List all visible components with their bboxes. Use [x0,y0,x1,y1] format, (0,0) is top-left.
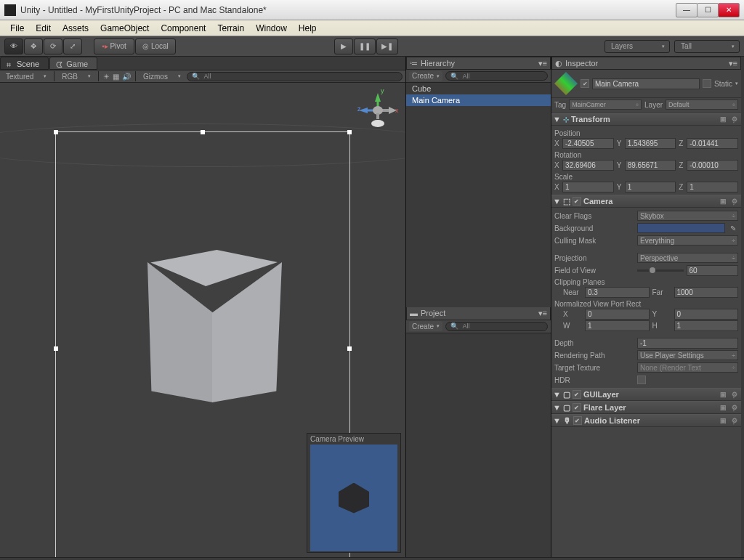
hierarchy-create-dropdown[interactable]: Create [409,71,442,81]
fov-input[interactable]: 60 [687,265,739,276]
scene-audio-toggle[interactable]: 🔊 [122,73,131,81]
hand-tool-button[interactable]: 👁 [4,38,23,54]
active-checkbox[interactable]: ✔ [581,79,589,88]
culling-mask-dropdown[interactable]: Everything [637,235,738,245]
rect-y-input[interactable]: 0 [674,309,739,320]
color-mode-dropdown[interactable]: RGB [59,71,94,81]
menu-assets[interactable]: Assets [57,22,94,35]
hdr-checkbox[interactable] [637,376,646,384]
hdr-label: HDR [554,376,634,384]
layers-dropdown[interactable]: Layers▾ [604,40,670,53]
position-z-input[interactable]: -0.01441 [687,138,738,149]
camera-enabled-checkbox[interactable]: ✔ [573,197,581,206]
maximize-button[interactable]: ☐ [697,3,719,17]
rect-x-input[interactable]: 0 [585,309,650,320]
background-label: Background [554,224,634,232]
layer-dropdown[interactable]: Default [666,100,738,110]
target-texture-field[interactable]: None (Render Text [637,362,738,373]
hierarchy-tab[interactable]: ≔ Hierarchy▾≡ [406,57,551,70]
close-button[interactable]: ✕ [718,3,740,17]
position-x-input[interactable]: -2.40505 [562,138,614,149]
menu-window[interactable]: Window [250,22,293,35]
gear-icon[interactable]: ⚙ִ [729,115,740,123]
help-icon[interactable]: ▣ [718,115,728,123]
project-search[interactable]: 🔍 All [445,322,548,331]
rotate-tool-button[interactable]: ⟳ [44,38,62,54]
project-list[interactable] [406,333,551,558]
fov-slider[interactable] [637,269,684,272]
camera-component-header[interactable]: ▼ ⬚ ✔ Camera▣⚙ִ [551,195,741,208]
rect-h-input[interactable]: 1 [674,320,739,331]
scene-light-toggle[interactable]: ☀ [103,73,110,81]
project-create-dropdown[interactable]: Create [409,321,442,331]
menu-edit[interactable]: Edit [30,22,57,35]
audiolistener-component-header[interactable]: ▼ 🎙 ✔ Audio Listener▣⚙ִ [551,414,741,427]
audiolistener-enabled-checkbox[interactable]: ✔ [573,416,582,425]
scale-x-input[interactable]: 1 [562,182,614,192]
tag-dropdown[interactable]: MainCamer [569,100,642,110]
gear-icon[interactable]: ⚙ִ [729,197,740,206]
gear-icon[interactable]: ⚙ִ [729,416,740,425]
pause-button[interactable]: ❚❚ [354,38,376,54]
scale-z-input[interactable]: 1 [687,182,738,192]
flarelayer-component-header[interactable]: ▼ ▢ ✔ Flare Layer▣⚙ִ [551,401,741,414]
help-icon[interactable]: ▣ [718,416,728,425]
scene-cube[interactable] [140,250,278,402]
rotation-x-input[interactable]: 32.69406 [562,160,614,171]
project-tab[interactable]: ▬ Project▾≡ [406,307,551,320]
hierarchy-item-main-camera[interactable]: Main Camera [406,94,551,106]
layer-label: Layer [644,101,663,109]
rendering-path-dropdown[interactable]: Use Player Settings [637,350,738,360]
background-color-input[interactable] [637,223,725,233]
guilayer-component-header[interactable]: ▼ ▢ ✔ GUILayer▣⚙ִ [551,388,741,401]
eyedropper-icon[interactable]: ✎ [728,223,738,233]
scene-search[interactable]: 🔍 All [187,72,403,81]
titlebar: Unity - Untitled - MyFirstUnityProject -… [0,0,744,20]
guilayer-enabled-checkbox[interactable]: ✔ [573,390,581,399]
object-name-input[interactable]: Main Camera [592,78,700,89]
move-tool-button[interactable]: ✥ [24,38,43,54]
render-mode-dropdown[interactable]: Textured [3,71,49,81]
hierarchy-search[interactable]: 🔍 All [445,71,548,81]
rotation-z-input[interactable]: -0.00010 [687,160,738,171]
help-icon[interactable]: ▣ [718,390,728,399]
layout-dropdown[interactable]: Tall▾ [674,40,740,53]
menu-gameobject[interactable]: GameObject [94,22,155,35]
scale-y-input[interactable]: 1 [625,182,676,192]
flarelayer-enabled-checkbox[interactable]: ✔ [573,403,581,412]
gameobject-icon [554,72,578,95]
position-y-input[interactable]: 1.543695 [625,138,676,149]
scene-view[interactable]: y z x Camera Preview [0,83,405,557]
clear-flags-dropdown[interactable]: Skybox [637,211,738,221]
menu-help[interactable]: Help [293,22,323,35]
transform-component-header[interactable]: ▼ ⊹ Transform▣⚙ִ [551,113,741,126]
play-button[interactable]: ▶ [334,38,353,54]
step-button[interactable]: ▶❚ [376,38,398,54]
scale-tool-button[interactable]: ⤢ [63,38,82,54]
projection-dropdown[interactable]: Perspective [637,253,738,263]
inspector-tab[interactable]: ◐ Inspector▾≡ [551,57,741,70]
hierarchy-item-cube[interactable]: Cube [406,83,551,94]
gizmos-dropdown[interactable]: Gizmos [140,71,184,81]
gear-icon[interactable]: ⚙ִ [729,390,740,399]
rect-w-input[interactable]: 1 [585,320,650,331]
clear-flags-label: Clear Flags [554,212,634,220]
depth-input[interactable]: -1 [637,338,738,349]
far-input[interactable]: 1000 [674,287,739,298]
local-toggle[interactable]: ◎ Local [135,38,176,54]
pivot-toggle[interactable]: ▪▸ Pivot [94,38,134,54]
static-checkbox[interactable] [703,79,711,88]
menu-file[interactable]: File [4,22,30,35]
tab-game[interactable]: ᗧGame [49,57,97,70]
axis-gizmo[interactable]: y z x [356,89,400,132]
menu-component[interactable]: Component [155,22,211,35]
help-icon[interactable]: ▣ [718,197,728,206]
menu-terrain[interactable]: Terrain [211,22,250,35]
tab-scene[interactable]: ⌗Scene [0,57,49,70]
scene-fx-toggle[interactable]: ▦ [113,73,119,81]
minimize-button[interactable]: — [676,3,698,17]
help-icon[interactable]: ▣ [718,403,728,412]
near-input[interactable]: 0.3 [585,287,650,298]
rotation-y-input[interactable]: 89.65671 [625,160,676,171]
gear-icon[interactable]: ⚙ִ [729,403,740,412]
